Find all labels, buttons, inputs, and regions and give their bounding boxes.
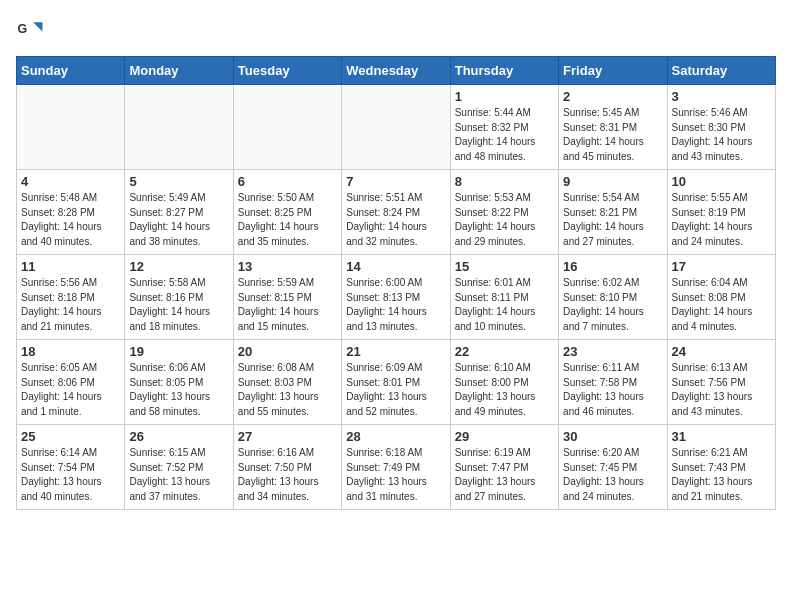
svg-text:G: G: [18, 22, 28, 36]
day-info: Sunrise: 5:46 AM Sunset: 8:30 PM Dayligh…: [672, 106, 771, 164]
header: G: [16, 16, 776, 44]
header-row: SundayMondayTuesdayWednesdayThursdayFrid…: [17, 57, 776, 85]
day-cell: 18Sunrise: 6:05 AM Sunset: 8:06 PM Dayli…: [17, 340, 125, 425]
day-number: 14: [346, 259, 445, 274]
day-info: Sunrise: 5:54 AM Sunset: 8:21 PM Dayligh…: [563, 191, 662, 249]
day-info: Sunrise: 5:44 AM Sunset: 8:32 PM Dayligh…: [455, 106, 554, 164]
day-info: Sunrise: 5:48 AM Sunset: 8:28 PM Dayligh…: [21, 191, 120, 249]
day-cell: 29Sunrise: 6:19 AM Sunset: 7:47 PM Dayli…: [450, 425, 558, 510]
day-info: Sunrise: 5:55 AM Sunset: 8:19 PM Dayligh…: [672, 191, 771, 249]
day-number: 29: [455, 429, 554, 444]
day-number: 8: [455, 174, 554, 189]
col-header-tuesday: Tuesday: [233, 57, 341, 85]
day-cell: [17, 85, 125, 170]
day-number: 2: [563, 89, 662, 104]
day-info: Sunrise: 5:56 AM Sunset: 8:18 PM Dayligh…: [21, 276, 120, 334]
day-info: Sunrise: 6:08 AM Sunset: 8:03 PM Dayligh…: [238, 361, 337, 419]
day-cell: 12Sunrise: 5:58 AM Sunset: 8:16 PM Dayli…: [125, 255, 233, 340]
day-cell: 3Sunrise: 5:46 AM Sunset: 8:30 PM Daylig…: [667, 85, 775, 170]
day-number: 12: [129, 259, 228, 274]
day-cell: 26Sunrise: 6:15 AM Sunset: 7:52 PM Dayli…: [125, 425, 233, 510]
day-info: Sunrise: 6:04 AM Sunset: 8:08 PM Dayligh…: [672, 276, 771, 334]
day-cell: 4Sunrise: 5:48 AM Sunset: 8:28 PM Daylig…: [17, 170, 125, 255]
day-number: 21: [346, 344, 445, 359]
col-header-saturday: Saturday: [667, 57, 775, 85]
day-cell: 6Sunrise: 5:50 AM Sunset: 8:25 PM Daylig…: [233, 170, 341, 255]
day-number: 10: [672, 174, 771, 189]
day-cell: 16Sunrise: 6:02 AM Sunset: 8:10 PM Dayli…: [559, 255, 667, 340]
day-cell: 23Sunrise: 6:11 AM Sunset: 7:58 PM Dayli…: [559, 340, 667, 425]
day-info: Sunrise: 5:45 AM Sunset: 8:31 PM Dayligh…: [563, 106, 662, 164]
week-row-3: 11Sunrise: 5:56 AM Sunset: 8:18 PM Dayli…: [17, 255, 776, 340]
day-cell: 28Sunrise: 6:18 AM Sunset: 7:49 PM Dayli…: [342, 425, 450, 510]
col-header-sunday: Sunday: [17, 57, 125, 85]
calendar-table: SundayMondayTuesdayWednesdayThursdayFrid…: [16, 56, 776, 510]
col-header-friday: Friday: [559, 57, 667, 85]
day-info: Sunrise: 6:20 AM Sunset: 7:45 PM Dayligh…: [563, 446, 662, 504]
day-number: 11: [21, 259, 120, 274]
day-number: 9: [563, 174, 662, 189]
day-cell: 1Sunrise: 5:44 AM Sunset: 8:32 PM Daylig…: [450, 85, 558, 170]
day-number: 13: [238, 259, 337, 274]
day-info: Sunrise: 6:00 AM Sunset: 8:13 PM Dayligh…: [346, 276, 445, 334]
day-info: Sunrise: 6:18 AM Sunset: 7:49 PM Dayligh…: [346, 446, 445, 504]
day-number: 30: [563, 429, 662, 444]
svg-marker-1: [33, 22, 42, 31]
logo: G: [16, 16, 48, 44]
day-info: Sunrise: 5:49 AM Sunset: 8:27 PM Dayligh…: [129, 191, 228, 249]
day-number: 18: [21, 344, 120, 359]
day-cell: 22Sunrise: 6:10 AM Sunset: 8:00 PM Dayli…: [450, 340, 558, 425]
day-cell: 7Sunrise: 5:51 AM Sunset: 8:24 PM Daylig…: [342, 170, 450, 255]
day-number: 27: [238, 429, 337, 444]
day-cell: 17Sunrise: 6:04 AM Sunset: 8:08 PM Dayli…: [667, 255, 775, 340]
day-number: 31: [672, 429, 771, 444]
day-info: Sunrise: 6:14 AM Sunset: 7:54 PM Dayligh…: [21, 446, 120, 504]
day-number: 5: [129, 174, 228, 189]
day-info: Sunrise: 6:06 AM Sunset: 8:05 PM Dayligh…: [129, 361, 228, 419]
day-cell: 31Sunrise: 6:21 AM Sunset: 7:43 PM Dayli…: [667, 425, 775, 510]
day-number: 1: [455, 89, 554, 104]
day-cell: 9Sunrise: 5:54 AM Sunset: 8:21 PM Daylig…: [559, 170, 667, 255]
day-info: Sunrise: 6:02 AM Sunset: 8:10 PM Dayligh…: [563, 276, 662, 334]
day-info: Sunrise: 6:21 AM Sunset: 7:43 PM Dayligh…: [672, 446, 771, 504]
day-number: 3: [672, 89, 771, 104]
day-cell: 5Sunrise: 5:49 AM Sunset: 8:27 PM Daylig…: [125, 170, 233, 255]
col-header-thursday: Thursday: [450, 57, 558, 85]
day-cell: [342, 85, 450, 170]
day-number: 6: [238, 174, 337, 189]
day-cell: 19Sunrise: 6:06 AM Sunset: 8:05 PM Dayli…: [125, 340, 233, 425]
day-info: Sunrise: 6:16 AM Sunset: 7:50 PM Dayligh…: [238, 446, 337, 504]
day-number: 17: [672, 259, 771, 274]
day-cell: 20Sunrise: 6:08 AM Sunset: 8:03 PM Dayli…: [233, 340, 341, 425]
day-info: Sunrise: 5:58 AM Sunset: 8:16 PM Dayligh…: [129, 276, 228, 334]
day-number: 24: [672, 344, 771, 359]
day-cell: 21Sunrise: 6:09 AM Sunset: 8:01 PM Dayli…: [342, 340, 450, 425]
week-row-4: 18Sunrise: 6:05 AM Sunset: 8:06 PM Dayli…: [17, 340, 776, 425]
day-cell: 13Sunrise: 5:59 AM Sunset: 8:15 PM Dayli…: [233, 255, 341, 340]
day-cell: 2Sunrise: 5:45 AM Sunset: 8:31 PM Daylig…: [559, 85, 667, 170]
day-info: Sunrise: 5:50 AM Sunset: 8:25 PM Dayligh…: [238, 191, 337, 249]
day-info: Sunrise: 5:53 AM Sunset: 8:22 PM Dayligh…: [455, 191, 554, 249]
day-cell: [125, 85, 233, 170]
week-row-1: 1Sunrise: 5:44 AM Sunset: 8:32 PM Daylig…: [17, 85, 776, 170]
day-number: 7: [346, 174, 445, 189]
day-number: 19: [129, 344, 228, 359]
day-cell: 30Sunrise: 6:20 AM Sunset: 7:45 PM Dayli…: [559, 425, 667, 510]
col-header-monday: Monday: [125, 57, 233, 85]
day-info: Sunrise: 6:09 AM Sunset: 8:01 PM Dayligh…: [346, 361, 445, 419]
day-number: 4: [21, 174, 120, 189]
day-cell: [233, 85, 341, 170]
day-info: Sunrise: 6:19 AM Sunset: 7:47 PM Dayligh…: [455, 446, 554, 504]
day-number: 23: [563, 344, 662, 359]
day-cell: 10Sunrise: 5:55 AM Sunset: 8:19 PM Dayli…: [667, 170, 775, 255]
day-cell: 25Sunrise: 6:14 AM Sunset: 7:54 PM Dayli…: [17, 425, 125, 510]
day-info: Sunrise: 6:11 AM Sunset: 7:58 PM Dayligh…: [563, 361, 662, 419]
day-info: Sunrise: 6:10 AM Sunset: 8:00 PM Dayligh…: [455, 361, 554, 419]
day-info: Sunrise: 6:13 AM Sunset: 7:56 PM Dayligh…: [672, 361, 771, 419]
logo-icon: G: [16, 16, 44, 44]
day-info: Sunrise: 6:01 AM Sunset: 8:11 PM Dayligh…: [455, 276, 554, 334]
day-number: 22: [455, 344, 554, 359]
day-info: Sunrise: 6:15 AM Sunset: 7:52 PM Dayligh…: [129, 446, 228, 504]
week-row-5: 25Sunrise: 6:14 AM Sunset: 7:54 PM Dayli…: [17, 425, 776, 510]
day-cell: 8Sunrise: 5:53 AM Sunset: 8:22 PM Daylig…: [450, 170, 558, 255]
